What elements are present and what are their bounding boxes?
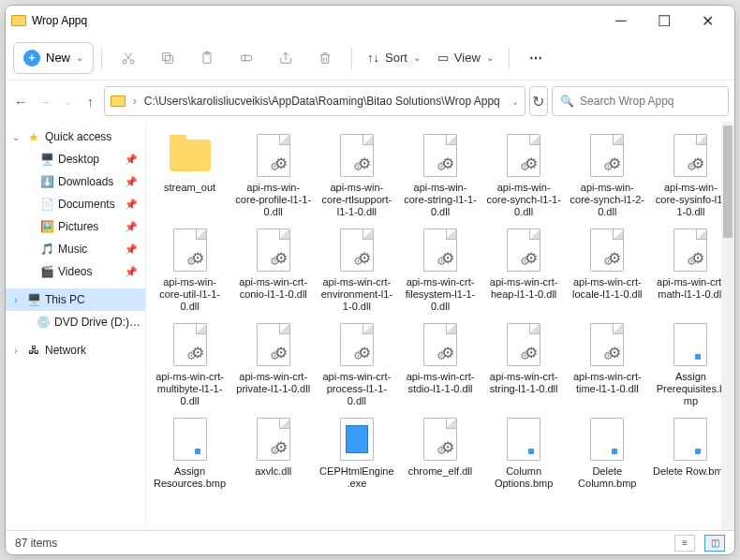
- new-button[interactable]: + New ⌄: [13, 42, 94, 74]
- chevron-down-icon[interactable]: ⌄: [9, 132, 22, 142]
- scrollbar[interactable]: [721, 122, 734, 530]
- share-button[interactable]: [267, 42, 304, 74]
- file-item[interactable]: api-ms-win-core-string-l1-1-0.dll: [400, 129, 480, 222]
- file-item[interactable]: api-ms-win-crt-locale-l1-1-0.dll: [568, 224, 647, 317]
- exe-icon: [340, 418, 374, 461]
- sidebar-item-videos[interactable]: ›🎬Videos📌: [6, 260, 145, 283]
- file-item[interactable]: api-ms-win-crt-filesystem-l1-1-0.dll: [400, 224, 480, 317]
- file-item[interactable]: api-ms-win-core-util-l1-1-0.dll: [150, 224, 229, 317]
- file-label: api-ms-win-crt-filesystem-l1-1-0.dll: [402, 276, 478, 313]
- refresh-button[interactable]: ↻: [529, 86, 548, 116]
- file-item[interactable]: api-ms-win-core-synch-l1-2-0.dll: [568, 129, 647, 222]
- file-label: api-ms-win-crt-stdio-l1-1-0.dll: [402, 371, 478, 395]
- dll-icon: [257, 323, 290, 366]
- sidebar-item-this-pc[interactable]: › 🖥️ This PC: [6, 288, 145, 311]
- file-label: Assign Resources.bmp: [152, 465, 228, 490]
- scrollbar-thumb[interactable]: [723, 125, 733, 238]
- recent-button[interactable]: ⌄: [57, 85, 77, 117]
- sidebar-item-downloads[interactable]: ›⬇️Downloads📌: [6, 170, 145, 193]
- pin-icon: 📌: [125, 176, 138, 188]
- file-item[interactable]: axvlc.dll: [233, 413, 313, 494]
- minimize-button[interactable]: ─: [599, 6, 643, 36]
- file-label: axvlc.dll: [255, 465, 291, 478]
- file-item[interactable]: api-ms-win-crt-stdio-l1-1-0.dll: [400, 318, 480, 411]
- file-item[interactable]: Column Options.bmp: [484, 413, 564, 494]
- file-item[interactable]: api-ms-win-crt-time-l1-1-0.dll: [568, 318, 647, 411]
- chevron-right-icon[interactable]: ›: [9, 295, 22, 305]
- more-button[interactable]: ⋯: [517, 42, 555, 74]
- file-item[interactable]: api-ms-win-crt-conio-l1-1-0.dll: [233, 224, 313, 317]
- file-label: api-ms-win-core-util-l1-1-0.dll: [152, 276, 228, 313]
- bmp-icon: [173, 418, 207, 461]
- search-icon: 🔍: [560, 95, 574, 108]
- chevron-right-icon[interactable]: ›: [9, 346, 22, 356]
- sidebar-item-pictures[interactable]: ›🖼️Pictures📌: [6, 215, 145, 238]
- search-input[interactable]: 🔍: [552, 86, 729, 116]
- item-count: 87 items: [15, 537, 57, 550]
- file-item[interactable]: api-ms-win-crt-string-l1-1-0.dll: [484, 318, 564, 411]
- sidebar-item-dvd[interactable]: › 💿 DVD Drive (D:) CCCC: [6, 311, 145, 333]
- file-label: api-ms-win-core-synch-l1-1-0.dll: [486, 182, 562, 218]
- file-item[interactable]: api-ms-win-core-synch-l1-1-0.dll: [484, 129, 564, 222]
- dll-icon: [423, 134, 457, 177]
- dll-icon: [173, 323, 207, 366]
- sidebar-item-network[interactable]: › 🖧 Network: [6, 339, 145, 361]
- dll-icon: [173, 228, 207, 272]
- file-item[interactable]: Assign Prerequisites.bmp: [651, 318, 731, 411]
- file-item[interactable]: Assign Resources.bmp: [150, 413, 229, 494]
- file-label: Column Options.bmp: [486, 465, 562, 490]
- icons-view-button[interactable]: ◫: [704, 535, 725, 552]
- file-label: Assign Prerequisites.bmp: [653, 371, 729, 407]
- file-item[interactable]: api-ms-win-core-profile-l1-1-0.dll: [233, 129, 313, 222]
- sidebar-item-desktop[interactable]: ›🖥️Desktop📌: [6, 148, 145, 170]
- details-view-button[interactable]: ≡: [674, 535, 695, 552]
- dll-icon: [257, 418, 290, 461]
- cut-button[interactable]: [110, 42, 147, 74]
- back-button[interactable]: ←: [11, 85, 31, 117]
- close-button[interactable]: ✕: [686, 6, 729, 36]
- dll-icon: [423, 418, 457, 461]
- file-item[interactable]: api-ms-win-crt-heap-l1-1-0.dll: [484, 224, 564, 317]
- folder-icon: ⬇️: [39, 174, 54, 189]
- pc-icon: 🖥️: [26, 292, 41, 307]
- dll-icon: [257, 228, 290, 272]
- window-title: Wrop Appq: [32, 14, 599, 27]
- file-item[interactable]: api-ms-win-crt-environment-l1-1-0.dll: [317, 224, 396, 317]
- file-item[interactable]: Delete Column.bmp: [568, 413, 647, 494]
- sort-button[interactable]: ↑↓ Sort ⌄: [360, 42, 428, 74]
- file-pane[interactable]: stream_outapi-ms-win-core-profile-l1-1-0…: [146, 122, 734, 530]
- search-field[interactable]: [580, 95, 720, 108]
- paste-button[interactable]: [188, 42, 226, 74]
- sidebar-item-documents[interactable]: ›📄Documents📌: [6, 193, 145, 215]
- sidebar-item-quick-access[interactable]: ⌄ ★ Quick access: [6, 125, 145, 148]
- file-item[interactable]: chrome_elf.dll: [400, 413, 480, 494]
- dll-icon: [590, 323, 624, 366]
- address-bar-row: ← → ⌄ ↑ › C:\Users\karolisliucveikis\App…: [6, 81, 734, 122]
- sidebar-item-music[interactable]: ›🎵Music📌: [6, 238, 145, 260]
- file-item[interactable]: api-ms-win-crt-math-l1-1-0.dll: [651, 224, 731, 317]
- address-bar[interactable]: › C:\Users\karolisliucveikis\AppData\Roa…: [104, 86, 525, 116]
- file-item[interactable]: CEPHtmlEngine.exe: [317, 413, 396, 494]
- up-button[interactable]: ↑: [81, 85, 100, 117]
- folder-icon: 📄: [39, 197, 54, 212]
- file-label: Delete Row.bmp: [653, 465, 729, 478]
- file-item[interactable]: api-ms-win-core-rtlsupport-l1-1-0.dll: [317, 129, 396, 222]
- file-label: api-ms-win-crt-environment-l1-1-0.dll: [318, 276, 394, 313]
- delete-button[interactable]: [306, 42, 344, 74]
- view-button[interactable]: ▭ View ⌄: [430, 42, 501, 74]
- file-item[interactable]: api-ms-win-crt-private-l1-1-0.dll: [233, 318, 313, 411]
- chevron-down-icon[interactable]: ⌄: [511, 96, 519, 107]
- dll-icon: [423, 323, 457, 366]
- forward-button[interactable]: →: [35, 85, 54, 117]
- file-item[interactable]: stream_out: [150, 129, 229, 222]
- file-item[interactable]: Delete Row.bmp: [651, 413, 731, 494]
- file-item[interactable]: api-ms-win-crt-multibyte-l1-1-0.dll: [150, 318, 229, 411]
- file-item[interactable]: api-ms-win-core-sysinfo-l1-1-0.dll: [651, 129, 731, 222]
- pin-icon: 📌: [125, 221, 138, 233]
- titlebar[interactable]: Wrop Appq ─ ☐ ✕: [6, 6, 734, 36]
- maximize-button[interactable]: ☐: [643, 6, 686, 36]
- copy-button[interactable]: [149, 42, 186, 74]
- file-label: api-ms-win-crt-process-l1-1-0.dll: [318, 371, 394, 407]
- file-item[interactable]: api-ms-win-crt-process-l1-1-0.dll: [317, 318, 396, 411]
- rename-button[interactable]: [228, 42, 265, 74]
